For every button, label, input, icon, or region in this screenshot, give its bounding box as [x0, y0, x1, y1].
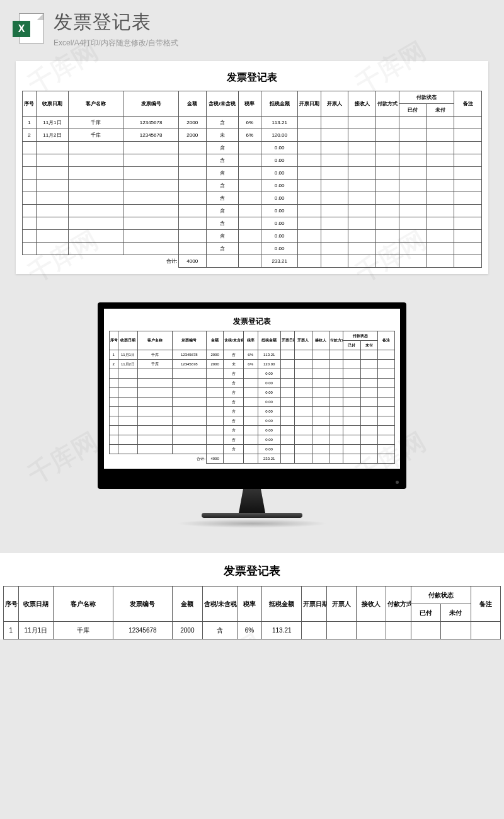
cell-issue-date [298, 180, 321, 192]
cell-issue-date [298, 205, 321, 217]
cell-note [377, 445, 394, 454]
table-row: 含 0.00 [23, 217, 482, 230]
cell-tax-incl: 含 [224, 407, 244, 416]
cell-receiver [312, 398, 329, 407]
cell-seq [23, 192, 37, 205]
cell-tax-rate [238, 217, 261, 230]
cell-issuer [295, 360, 312, 369]
cell-unpaid [427, 192, 454, 205]
cell-pay-method [376, 142, 399, 154]
cell-paid [343, 360, 360, 369]
cell-issue-date [280, 350, 295, 360]
cell-pay-method [329, 435, 343, 445]
cell-tax-incl: 含 [224, 379, 244, 388]
cell-tax-incl: 含 [206, 243, 238, 255]
cell-customer [68, 142, 123, 154]
cell-issuer [295, 407, 312, 416]
cell-pay-method [329, 416, 343, 426]
cell-issuer [321, 230, 348, 243]
cell-pay-method [376, 205, 399, 217]
cell-customer [138, 435, 172, 445]
cell-pay-method [376, 180, 399, 192]
cell-amount [207, 416, 224, 426]
cell-tax-incl: 含 [224, 369, 244, 379]
cell-invoice-no [123, 167, 178, 180]
cell-seq [110, 445, 118, 454]
col-pay-status: 付款状态 [411, 587, 471, 604]
cell-unpaid [427, 180, 454, 192]
cell-receiver [312, 435, 329, 445]
cell-tax-incl: 含 [206, 167, 238, 180]
cell-issue-date [280, 426, 295, 435]
cell-pay-method [376, 192, 399, 205]
cell-amount [178, 217, 206, 230]
cell-issuer [295, 350, 312, 360]
col-paid: 已付 [343, 341, 360, 350]
cell-tax-rate [243, 388, 258, 398]
cell-unpaid [427, 117, 454, 129]
col-pay-method: 付款方式 [376, 91, 399, 117]
cell-customer [68, 243, 123, 255]
cell-issuer [295, 445, 312, 454]
cell-amount: 2000 [178, 129, 206, 142]
cell-amount [207, 369, 224, 379]
cell-note [454, 117, 482, 129]
col-tax-amount: 抵税金额 [261, 91, 298, 117]
invoice-table-partial: 序号 收票日期 客户名称 发票编号 金额 含税/未含税 税率 抵税金额 开票日期… [3, 586, 501, 639]
cell-seq: 2 [23, 129, 37, 142]
col-receiver: 接收人 [312, 331, 329, 350]
cell-customer [68, 154, 123, 167]
table-row: 1 11月1日 千库 12345678 2000 含 6% 113.21 [23, 117, 482, 129]
cell-issuer [321, 129, 348, 142]
cell-pay-method [376, 230, 399, 243]
cell-seq: 1 [4, 622, 19, 639]
cell-tax-rate: 6% [237, 622, 261, 639]
table-row: 含 0.00 [110, 445, 395, 454]
cell-tax-amount: 0.00 [258, 445, 280, 454]
template-subtitle: Excel/A4打印/内容随意修改/自带格式 [54, 38, 178, 49]
cell-customer [68, 180, 123, 192]
total-label: 合计: [110, 454, 207, 464]
cell-recv-date [36, 142, 68, 154]
sheet-title: 发票登记表 [22, 67, 482, 91]
col-unpaid: 未付 [427, 104, 454, 117]
cell-tax-rate [243, 379, 258, 388]
cell-tax-incl: 含 [206, 142, 238, 154]
sheet-title: 发票登记表 [109, 314, 395, 331]
col-pay-status: 付款状态 [399, 91, 454, 104]
cell-unpaid [427, 154, 454, 167]
cell-unpaid [427, 142, 454, 154]
invoice-table: 序号 收票日期 客户名称 发票编号 金额 含税/未含税 税率 抵税金额 开票日期… [22, 91, 482, 268]
table-row: 2 11月2日 千库 12345678 2000 未 6% 120.00 [23, 129, 482, 142]
cell-pay-method [329, 388, 343, 398]
col-seq: 序号 [110, 331, 118, 350]
cell-recv-date [36, 205, 68, 217]
cell-issue-date [298, 243, 321, 255]
cell-amount: 2000 [178, 117, 206, 129]
table-row: 含 0.00 [110, 435, 395, 445]
cell-unpaid [360, 426, 377, 435]
cell-tax-amount: 0.00 [261, 142, 298, 154]
total-tax-amount: 233.21 [261, 255, 298, 268]
cell-recv-date [118, 398, 138, 407]
template-header: X 发票登记表 Excel/A4打印/内容随意修改/自带格式 [0, 0, 504, 52]
cell-recv-date [36, 243, 68, 255]
cell-customer [68, 217, 123, 230]
cell-issuer [321, 142, 348, 154]
cell-tax-rate [238, 154, 261, 167]
cell-amount [207, 398, 224, 407]
cell-receiver [348, 129, 376, 142]
cell-unpaid [360, 369, 377, 379]
cell-tax-amount: 0.00 [261, 243, 298, 255]
sheet-title: 发票登记表 [3, 559, 501, 586]
cell-receiver [312, 360, 329, 369]
cell-receiver [348, 192, 376, 205]
cell-unpaid [360, 388, 377, 398]
cell-issue-date [298, 129, 321, 142]
cell-recv-date [118, 388, 138, 398]
cell-tax-rate [238, 192, 261, 205]
cell-invoice-no: 12345678 [123, 129, 178, 142]
cell-invoice-no: 12345678 [172, 360, 206, 369]
cell-issuer [295, 435, 312, 445]
cell-seq: 1 [110, 350, 118, 360]
